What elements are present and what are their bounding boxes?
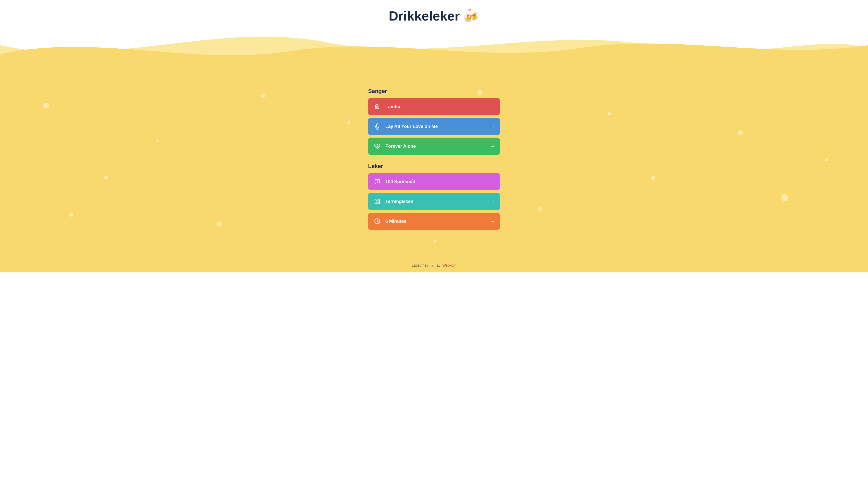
chat-icon bbox=[373, 178, 381, 186]
mic-icon bbox=[373, 122, 381, 131]
game-item-100-left: 100 Spørsmål bbox=[373, 178, 415, 186]
svg-point-10 bbox=[378, 202, 379, 203]
arrow-icon-lambo: → bbox=[490, 104, 495, 110]
bubble bbox=[260, 93, 265, 98]
dice-icon bbox=[373, 197, 381, 205]
main-content: Sanger Lambo bbox=[0, 75, 868, 258]
game-item-terningleken-left: Terningleken bbox=[373, 197, 413, 205]
bubble bbox=[70, 213, 73, 217]
section-title-leker: Leker bbox=[368, 163, 500, 170]
svg-point-8 bbox=[378, 200, 379, 201]
heart-icon bbox=[373, 142, 381, 150]
game-label-lambo: Lambo bbox=[385, 104, 400, 110]
bubble bbox=[538, 207, 542, 211]
app-title-text: Drikkeleker bbox=[389, 8, 459, 23]
bubble bbox=[781, 194, 788, 201]
footer-link[interactable]: Webkom bbox=[442, 263, 456, 267]
bubble bbox=[156, 140, 159, 142]
game-item-6-minutes[interactable]: 6 Minutes → bbox=[368, 213, 500, 230]
bubble bbox=[608, 112, 611, 115]
header: Drikkeleker 🍻 bbox=[0, 0, 868, 23]
game-item-lambo-left: Lambo bbox=[373, 103, 400, 111]
arrow-icon-forever-alone: → bbox=[490, 143, 495, 149]
svg-point-9 bbox=[376, 202, 377, 203]
sanger-list: Lambo → Lay A bbox=[368, 98, 500, 155]
game-label-lay-all: Lay All Your Love on Me bbox=[385, 124, 438, 129]
arrow-icon-terningleken: → bbox=[490, 199, 495, 205]
content-wrapper: Sanger Lambo bbox=[363, 80, 505, 243]
section-sanger: Sanger Lambo bbox=[368, 88, 500, 155]
game-item-6-minutes-left: 6 Minutes bbox=[373, 217, 406, 225]
game-item-lambo[interactable]: Lambo → bbox=[368, 98, 500, 115]
game-label-terningleken: Terningleken bbox=[385, 199, 413, 204]
trash-icon bbox=[373, 103, 381, 111]
game-item-100-sporsmal[interactable]: 100 Spørsmål → bbox=[368, 173, 500, 190]
bubble bbox=[104, 176, 108, 180]
bubble bbox=[651, 176, 655, 180]
bubble bbox=[347, 121, 350, 124]
leker-list: 100 Spørsmål → bbox=[368, 173, 500, 230]
arrow-icon-100-sporsmal: → bbox=[490, 179, 495, 185]
header-emoji: 🍻 bbox=[463, 8, 479, 23]
footer: Laget med 🍺 av Webkom bbox=[0, 258, 868, 273]
game-item-lay-all-left: Lay All Your Love on Me bbox=[373, 122, 438, 131]
game-item-forever-alone[interactable]: Forever Alone → bbox=[368, 137, 500, 155]
game-item-terningleken[interactable]: Terningleken → bbox=[368, 193, 500, 210]
footer-text-middle: av bbox=[437, 263, 441, 267]
svg-point-11 bbox=[377, 201, 378, 202]
app-title: Drikkeleker 🍻 bbox=[389, 8, 479, 23]
arrow-icon-6-minutes: → bbox=[490, 218, 495, 224]
footer-emoji: 🍺 bbox=[431, 263, 435, 267]
game-label-forever-alone: Forever Alone bbox=[385, 144, 416, 149]
section-leker: Leker 100 Spørsmål → bbox=[368, 163, 500, 230]
game-label-100-sporsmal: 100 Spørsmål bbox=[385, 179, 415, 184]
bubble bbox=[738, 130, 743, 135]
footer-text-before: Laget med bbox=[412, 263, 428, 267]
game-label-6-minutes: 6 Minutes bbox=[385, 219, 406, 224]
game-item-lay-all[interactable]: Lay All Your Love on Me → bbox=[368, 118, 500, 135]
arrow-icon-lay-all: → bbox=[490, 124, 495, 130]
bubble bbox=[217, 222, 222, 226]
svg-point-7 bbox=[376, 200, 377, 201]
clock-icon bbox=[373, 217, 381, 225]
wave-container bbox=[0, 21, 868, 75]
bubble bbox=[43, 103, 49, 108]
bubble bbox=[825, 157, 828, 161]
game-item-forever-alone-left: Forever Alone bbox=[373, 142, 416, 150]
section-title-sanger: Sanger bbox=[368, 88, 500, 94]
